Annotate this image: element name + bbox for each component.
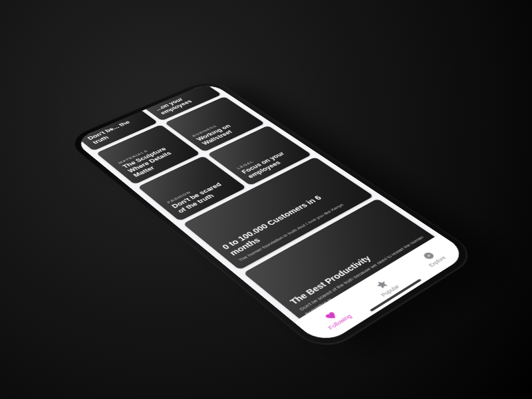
phone-mockup: Don't be... the truth ...on your employe…	[64, 78, 479, 354]
article-card[interactable]: BUSINESS Working on Wallstreet	[374, 332, 469, 346]
article-card[interactable]	[448, 287, 469, 346]
